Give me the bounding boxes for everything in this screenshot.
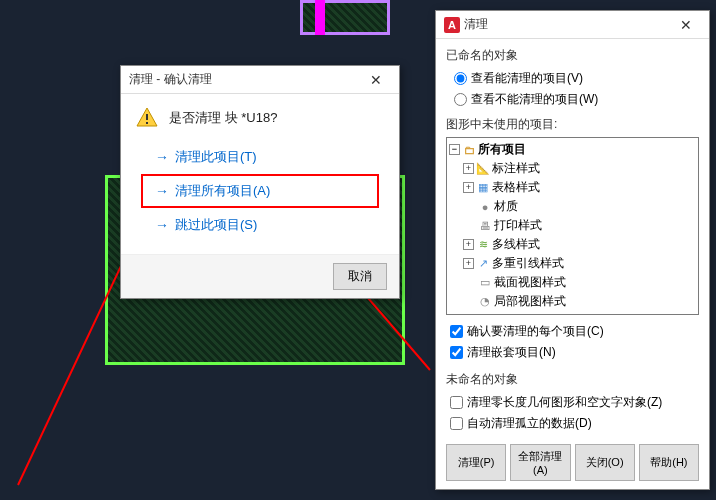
check-orphan-data[interactable]: 自动清理孤立的数据(D) bbox=[446, 413, 699, 434]
cancel-button[interactable]: 取消 bbox=[333, 263, 387, 290]
item-type-icon: ● bbox=[478, 200, 492, 214]
item-type-icon: ↗ bbox=[476, 257, 490, 271]
checkbox-input[interactable] bbox=[450, 417, 463, 430]
item-type-icon: 📐 bbox=[476, 162, 490, 176]
svg-rect-5 bbox=[146, 122, 148, 124]
purge-title: 清理 bbox=[464, 16, 671, 33]
purge-dialog: A 清理 ✕ 已命名的对象 查看能清理的项目(V) 查看不能清理的项目(W) 图… bbox=[435, 10, 710, 490]
close-button[interactable]: 关闭(O) bbox=[575, 444, 635, 481]
item-type-icon: ▭ bbox=[478, 276, 492, 290]
purge-button[interactable]: 清理(P) bbox=[446, 444, 506, 481]
tree-item-label: 多线样式 bbox=[492, 236, 540, 253]
radio-label: 查看不能清理的项目(W) bbox=[471, 91, 598, 108]
check-label: 自动清理孤立的数据(D) bbox=[467, 415, 592, 432]
confirm-title: 清理 - 确认清理 bbox=[129, 71, 361, 88]
option-purge-all[interactable]: → 清理所有项目(A) bbox=[141, 174, 379, 208]
svg-rect-4 bbox=[146, 114, 148, 120]
tree-item-label: 表格样式 bbox=[492, 179, 540, 196]
confirm-purge-dialog: 清理 - 确认清理 ✕ 是否清理 块 *U18? → 清理此项目(T) → 清理… bbox=[120, 65, 400, 299]
item-type-icon: ◔ bbox=[478, 295, 492, 309]
folder-icon: 🗀 bbox=[462, 143, 476, 157]
tree-item[interactable]: +📐标注样式 bbox=[449, 159, 696, 178]
option-label: 清理所有项目(A) bbox=[175, 182, 270, 200]
named-objects-label: 已命名的对象 bbox=[446, 47, 699, 64]
tree-item-label: 材质 bbox=[494, 198, 518, 215]
expand-icon[interactable]: + bbox=[463, 182, 474, 193]
tree-item[interactable]: 🖶打印样式 bbox=[449, 216, 696, 235]
tree-root[interactable]: − 🗀 所有项目 bbox=[449, 140, 696, 159]
option-purge-this[interactable]: → 清理此项目(T) bbox=[135, 140, 385, 174]
purge-all-button[interactable]: 全部清理(A) bbox=[510, 444, 570, 481]
collapse-icon[interactable]: − bbox=[449, 144, 460, 155]
unnamed-objects-label: 未命名的对象 bbox=[446, 371, 699, 388]
autocad-icon: A bbox=[444, 17, 460, 33]
item-type-icon: ⊞ bbox=[476, 314, 490, 316]
check-confirm-each[interactable]: 确认要清理的每个项目(C) bbox=[446, 321, 699, 342]
tree-item[interactable]: ▭截面视图样式 bbox=[449, 273, 696, 292]
close-icon[interactable]: ✕ bbox=[671, 13, 701, 37]
confirm-message: 是否清理 块 *U18? bbox=[169, 109, 277, 127]
pcb-accent bbox=[315, 0, 325, 35]
purge-titlebar[interactable]: A 清理 ✕ bbox=[436, 11, 709, 39]
help-button[interactable]: 帮助(H) bbox=[639, 444, 699, 481]
tree-item[interactable]: +≋多线样式 bbox=[449, 235, 696, 254]
check-nested[interactable]: 清理嵌套项目(N) bbox=[446, 342, 699, 363]
checkbox-input[interactable] bbox=[450, 396, 463, 409]
arrow-icon: → bbox=[155, 183, 169, 199]
item-type-icon: ≋ bbox=[476, 238, 490, 252]
expand-icon[interactable]: + bbox=[463, 239, 474, 250]
radio-view-purgeable[interactable]: 查看能清理的项目(V) bbox=[446, 68, 699, 89]
check-label: 确认要清理的每个项目(C) bbox=[467, 323, 604, 340]
check-label: 清理嵌套项目(N) bbox=[467, 344, 556, 361]
tree-item[interactable]: ●材质 bbox=[449, 197, 696, 216]
tree-item-label: 多重引线样式 bbox=[492, 255, 564, 272]
expand-icon[interactable]: + bbox=[463, 258, 474, 269]
radio-view-nonpurgeable[interactable]: 查看不能清理的项目(W) bbox=[446, 89, 699, 110]
checkbox-input[interactable] bbox=[450, 325, 463, 338]
expand-icon[interactable]: + bbox=[463, 163, 474, 174]
check-zero-length[interactable]: 清理零长度几何图形和空文字对象(Z) bbox=[446, 392, 699, 413]
check-label: 清理零长度几何图形和空文字对象(Z) bbox=[467, 394, 662, 411]
purge-tree[interactable]: − 🗀 所有项目 +📐标注样式+▦表格样式●材质🖶打印样式+≋多线样式+↗多重引… bbox=[446, 137, 699, 315]
option-skip[interactable]: → 跳过此项目(S) bbox=[135, 208, 385, 242]
tree-item[interactable]: +⊞块 bbox=[449, 311, 696, 315]
tree-item[interactable]: +▦表格样式 bbox=[449, 178, 696, 197]
arrow-icon: → bbox=[155, 149, 169, 165]
radio-input[interactable] bbox=[454, 72, 467, 85]
arrow-icon: → bbox=[155, 217, 169, 233]
pcb-block-top bbox=[300, 0, 390, 35]
close-icon[interactable]: ✕ bbox=[361, 68, 391, 92]
tree-item-label: 截面视图样式 bbox=[494, 274, 566, 291]
item-type-icon: 🖶 bbox=[478, 219, 492, 233]
tree-caption: 图形中未使用的项目: bbox=[446, 116, 699, 133]
option-label: 清理此项目(T) bbox=[175, 148, 257, 166]
radio-input[interactable] bbox=[454, 93, 467, 106]
tree-item-label: 标注样式 bbox=[492, 160, 540, 177]
warning-icon bbox=[135, 106, 159, 130]
tree-root-label: 所有项目 bbox=[478, 141, 526, 158]
radio-label: 查看能清理的项目(V) bbox=[471, 70, 583, 87]
tree-item[interactable]: ◔局部视图样式 bbox=[449, 292, 696, 311]
confirm-titlebar[interactable]: 清理 - 确认清理 ✕ bbox=[121, 66, 399, 94]
item-type-icon: ▦ bbox=[476, 181, 490, 195]
tree-item-label: 打印样式 bbox=[494, 217, 542, 234]
checkbox-input[interactable] bbox=[450, 346, 463, 359]
tree-item[interactable]: +↗多重引线样式 bbox=[449, 254, 696, 273]
tree-item-label: 局部视图样式 bbox=[494, 293, 566, 310]
option-label: 跳过此项目(S) bbox=[175, 216, 257, 234]
tree-item-label: 块 bbox=[492, 312, 504, 315]
